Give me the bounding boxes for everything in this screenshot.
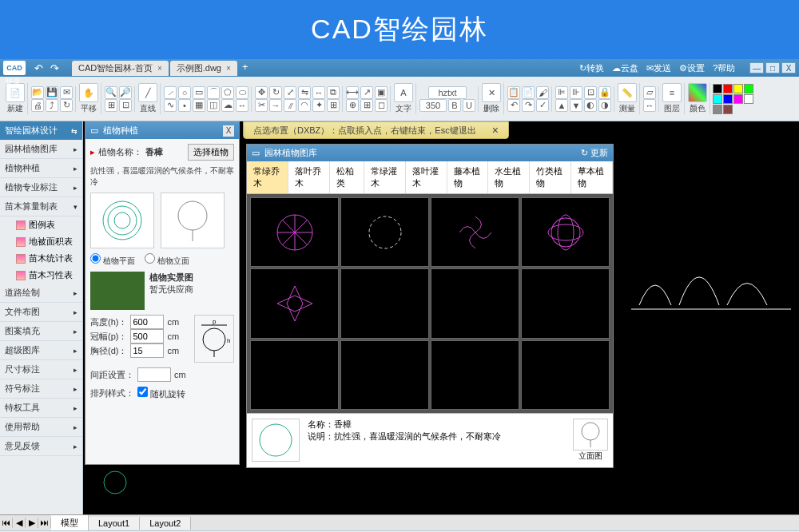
match-icon[interactable]: ✓: [536, 99, 549, 112]
sidebar-item[interactable]: 道路绘制▸: [0, 284, 82, 303]
maximize-button[interactable]: □: [765, 62, 780, 73]
open-icon[interactable]: 📂: [31, 86, 44, 99]
sidebar-item[interactable]: 苗木算量制表▾: [0, 197, 82, 216]
tab-layout1[interactable]: Layout1: [89, 517, 140, 530]
arc-icon[interactable]: ⌒: [207, 86, 220, 99]
color-swatch[interactable]: [744, 84, 753, 93]
random-rotate-check[interactable]: 随机旋转: [137, 387, 185, 400]
revcloud-icon[interactable]: ☁: [221, 99, 234, 112]
lib-tab[interactable]: 常绿灌木: [364, 161, 406, 193]
zoom-out-icon[interactable]: 🔎: [119, 86, 132, 99]
sidebar-sub-item[interactable]: 苗木统计表: [0, 250, 82, 267]
lib-tab[interactable]: 松柏类: [330, 161, 364, 193]
move-icon[interactable]: ✥: [255, 86, 268, 99]
lib-cell[interactable]: [250, 340, 339, 410]
rect-icon[interactable]: ▭: [193, 86, 205, 99]
select-plant-button[interactable]: 选择植物: [188, 144, 234, 161]
sidebar-item[interactable]: 园林植物图库▸: [0, 140, 82, 159]
color-swatch[interactable]: [733, 94, 743, 104]
refresh-icon[interactable]: ↻: [60, 99, 73, 112]
plan-thumb[interactable]: [90, 193, 154, 248]
region-icon[interactable]: ◫: [207, 99, 220, 112]
lib-cell[interactable]: [431, 268, 519, 338]
color-icon[interactable]: [688, 83, 707, 102]
crown-input[interactable]: [130, 329, 164, 343]
text-style-select[interactable]: hztxt: [428, 86, 467, 99]
convert-button[interactable]: ↻转换: [579, 62, 604, 74]
lib-tab[interactable]: 水生植物: [488, 161, 530, 193]
lock-icon[interactable]: 🔒: [598, 86, 611, 99]
fillet-icon[interactable]: ◠: [298, 99, 311, 112]
dbh-input[interactable]: [130, 343, 164, 358]
color-swatch[interactable]: [723, 105, 733, 114]
block-icon[interactable]: ▣: [375, 86, 388, 99]
line-icon[interactable]: ╱: [138, 83, 157, 102]
lib-tab[interactable]: 落叶灌木: [406, 161, 447, 193]
radio-elev[interactable]: 植物立面: [145, 253, 189, 267]
color-swatch[interactable]: [733, 84, 743, 93]
copy-icon[interactable]: ⧉: [327, 86, 340, 99]
color-swatch[interactable]: [713, 94, 722, 104]
lib-tab[interactable]: 藤本植物: [447, 161, 489, 193]
login-label[interactable]: 登录: [2, 77, 24, 93]
minimize-button[interactable]: —: [749, 62, 764, 73]
lib-cell[interactable]: [340, 197, 429, 267]
sidebar-item[interactable]: 植物专业标注▸: [0, 178, 82, 197]
distribute-icon[interactable]: ⊪: [570, 86, 582, 99]
layer-icon[interactable]: ≡: [662, 83, 682, 102]
paste-icon[interactable]: 📄: [522, 86, 535, 99]
sidebar-sub-item[interactable]: 地被面积表: [0, 233, 82, 250]
trim-icon[interactable]: ✂: [255, 99, 268, 112]
color-swatch[interactable]: [713, 84, 722, 93]
table-icon[interactable]: ⊞: [360, 99, 373, 112]
send-button[interactable]: ✉发送: [646, 62, 671, 74]
format-icon[interactable]: 🖌: [536, 86, 549, 99]
underline-icon[interactable]: U: [463, 99, 475, 112]
close-button[interactable]: X: [781, 62, 796, 73]
forward-button[interactable]: ↷: [48, 62, 61, 74]
delete-icon[interactable]: ✕: [482, 83, 501, 102]
group-icon[interactable]: ⊡: [584, 86, 597, 99]
sidebar-item[interactable]: 图案填充▸: [0, 322, 82, 341]
circle-icon[interactable]: ○: [178, 86, 191, 99]
tab-layout2[interactable]: Layout2: [140, 517, 191, 530]
explode-icon[interactable]: ✦: [312, 99, 325, 112]
color-swatch[interactable]: [723, 94, 733, 104]
undo-icon[interactable]: ↶: [507, 99, 520, 112]
color-swatch[interactable]: [713, 105, 722, 114]
sidebar-item[interactable]: 特权工具▸: [0, 399, 82, 418]
wipeout-icon[interactable]: ◻: [375, 99, 388, 112]
lib-tab[interactable]: 落叶乔木: [288, 161, 330, 193]
rotate-icon[interactable]: ↻: [269, 86, 282, 99]
ellipse-icon[interactable]: ⬭: [236, 86, 248, 99]
sidebar-item[interactable]: 文件布图▸: [0, 303, 82, 322]
offset-icon[interactable]: ⫽: [284, 99, 296, 112]
first-icon[interactable]: ⏮: [0, 518, 13, 528]
align-icon[interactable]: ⊫: [555, 86, 568, 99]
measure-icon[interactable]: 📏: [618, 83, 637, 102]
front-icon[interactable]: ▲: [555, 99, 568, 112]
copy-clip-icon[interactable]: 📋: [507, 86, 520, 99]
sidebar-item[interactable]: 意见反馈▸: [0, 437, 82, 456]
hatch-icon[interactable]: ▦: [193, 99, 205, 112]
doc-tab-dwg[interactable]: 示例图.dwg×: [170, 61, 237, 76]
doc-tab-home[interactable]: CAD智绘园林-首页×: [72, 61, 169, 76]
polyline-icon[interactable]: ⟋: [164, 86, 177, 99]
lib-cell[interactable]: [250, 268, 339, 338]
back-icon[interactable]: ▼: [570, 99, 582, 112]
next-icon[interactable]: ▶: [26, 518, 38, 528]
insert-icon[interactable]: ⊕: [346, 99, 359, 112]
sidebar-item[interactable]: 符号标注▸: [0, 379, 82, 399]
lib-cell[interactable]: [250, 197, 339, 267]
spline-icon[interactable]: ∿: [164, 99, 177, 112]
spacing-input[interactable]: [137, 367, 171, 382]
area-icon[interactable]: ▱: [643, 86, 656, 99]
lib-cell[interactable]: [431, 340, 519, 410]
leader-icon[interactable]: ↗: [360, 86, 373, 99]
sidebar-sub-item[interactable]: 苗木习性表: [0, 267, 82, 284]
sidebar-item[interactable]: 尺寸标注▸: [0, 360, 82, 379]
cloud-button[interactable]: ☁云盘: [612, 62, 638, 74]
dist-icon[interactable]: ↔: [643, 99, 656, 112]
close-panel-icon[interactable]: X: [223, 125, 234, 137]
sidebar-sub-item[interactable]: 图例表: [0, 216, 82, 233]
